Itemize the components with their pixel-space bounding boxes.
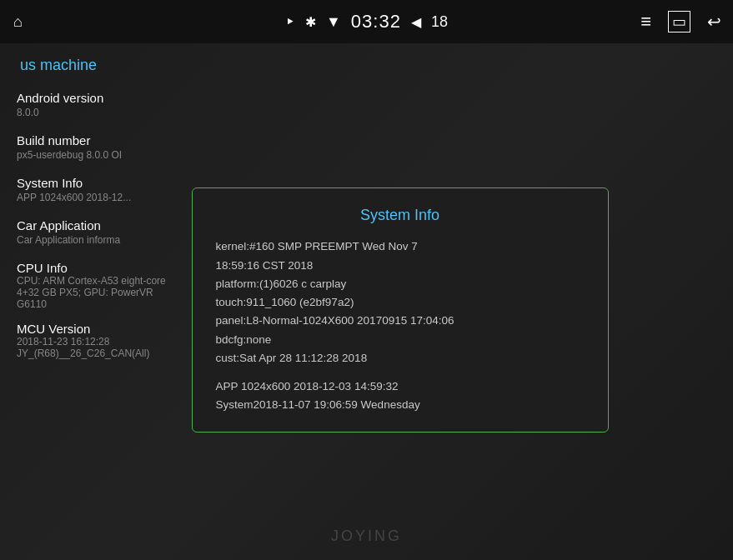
volume-icon: ◀ [411, 14, 421, 30]
window-icon[interactable]: ▭ [668, 11, 690, 32]
home-icon-area[interactable]: ⌂ [13, 13, 23, 31]
wifi-icon: ▼ [326, 13, 341, 31]
modal-line: platform:(1)6026 c carplay [216, 275, 585, 293]
modal-line: touch:911_1060 (e2bf97a2) [216, 293, 585, 312]
system-info-modal: System Info kernel:#160 SMP PREEMPT Wed … [192, 188, 609, 432]
time-display: 03:32 [351, 11, 401, 32]
modal-line: 18:59:16 CST 2018 [216, 257, 585, 275]
modal-body: kernel:#160 SMP PREEMPT Wed Nov 718:59:1… [216, 238, 585, 414]
modal-line: panel:L8-Normal-1024X600 20170915 17:04:… [216, 312, 585, 330]
modal-line: APP 1024x600 2018-12-03 14:59:32 [216, 378, 585, 396]
modal-line: bdcfg:none [216, 331, 585, 349]
volume-level: 18 [431, 13, 448, 31]
status-center-icons: ‣ ✱ ▼ 03:32 ◀ 18 [285, 11, 448, 32]
bluetooth-symbol: ✱ [305, 14, 316, 30]
menu-icon[interactable]: ≡ [640, 11, 651, 32]
modal-line: cust:Sat Apr 28 11:12:28 2018 [216, 349, 585, 368]
modal-spacer [216, 368, 585, 378]
back-icon[interactable]: ↩ [707, 12, 721, 32]
home-icon: ⌂ [13, 13, 23, 31]
modal-overlay: System Info kernel:#160 SMP PREEMPT Wed … [0, 43, 733, 560]
status-right-icons: ≡ ▭ ↩ [640, 11, 721, 32]
modal-line: kernel:#160 SMP PREEMPT Wed Nov 7 [216, 238, 585, 256]
modal-line: System2018-11-07 19:06:59 Wednesday [216, 396, 585, 414]
bluetooth-icon: ‣ [285, 12, 295, 32]
modal-title: System Info [216, 207, 585, 224]
status-bar: ⌂ ‣ ✱ ▼ 03:32 ◀ 18 ≡ ▭ ↩ [0, 0, 733, 43]
